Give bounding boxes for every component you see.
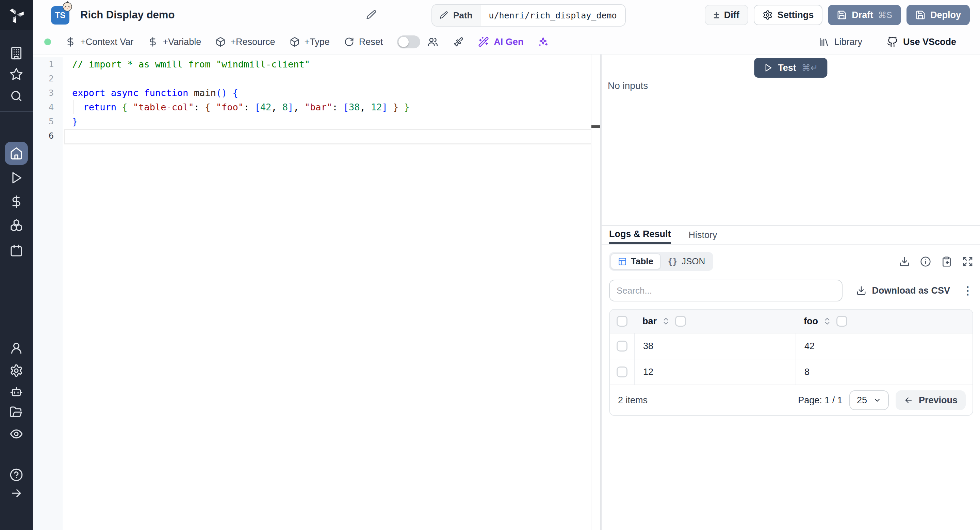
view-json-button[interactable]: {} JSON (661, 254, 712, 269)
download-result-button[interactable] (899, 256, 910, 267)
cell-foo: 8 (795, 359, 972, 385)
paintbrush-icon (453, 37, 464, 47)
line-number: 3 (33, 86, 63, 100)
dollar-icon (65, 37, 76, 47)
sidebar-item-search[interactable] (0, 89, 33, 103)
sidebar-item-workers[interactable] (0, 385, 33, 399)
windmill-logo[interactable] (0, 0, 33, 30)
sidebar-item-workspace[interactable] (0, 46, 33, 60)
ai-gen-button[interactable]: AI Gen (478, 37, 523, 47)
folder-open-icon (10, 405, 23, 419)
library-icon (818, 37, 829, 47)
sidebar-item-variables[interactable] (0, 195, 33, 208)
view-json-label: JSON (682, 256, 705, 267)
deploy-label: Deploy (930, 10, 961, 21)
column-header-bar: bar (643, 316, 657, 327)
add-resource-button[interactable]: +Resource (215, 37, 275, 47)
format-button[interactable] (453, 37, 464, 47)
code-editor[interactable]: 123456 // import * as wmill from "windmi… (33, 54, 600, 530)
reset-button[interactable]: Reset (344, 37, 383, 47)
sidebar-item-settings[interactable] (0, 364, 33, 377)
column-toggle-bar[interactable] (675, 316, 686, 327)
test-shortcut: ⌘↵ (802, 63, 818, 73)
multiplayer-control (397, 35, 439, 48)
add-variable-button[interactable]: +Variable (148, 37, 201, 47)
select-all-checkbox[interactable] (617, 316, 627, 327)
column-header-foo: foo (804, 316, 818, 327)
sidebar-item-schedules[interactable] (0, 244, 33, 257)
sidebar-item-users[interactable] (0, 341, 33, 355)
code-line[interactable]: // import * as wmill from "windmill-clie… (72, 57, 591, 72)
edit-summary-button[interactable] (366, 10, 377, 21)
toolbar-right: Library Use VScode (818, 36, 956, 48)
diff-button[interactable]: ± Diff (705, 5, 748, 25)
line-number: 4 (33, 100, 63, 115)
sort-foo-button[interactable] (823, 317, 832, 326)
sparkles-icon (538, 37, 549, 47)
pencil-icon (366, 10, 377, 21)
cell-bar: 38 (634, 334, 795, 359)
ai-sparkles-button[interactable] (538, 37, 549, 47)
refresh-icon (344, 37, 354, 47)
chevron-down-icon (873, 396, 881, 404)
user-icon (10, 341, 23, 355)
path-control[interactable]: Path u/henri/rich_display_demo (431, 4, 626, 27)
sort-bar-button[interactable] (662, 317, 670, 326)
copy-result-button[interactable] (941, 256, 952, 267)
row-checkbox[interactable] (617, 341, 627, 351)
overview-ruler-cursor-mark (592, 125, 600, 128)
sort-icon (823, 317, 832, 326)
download-csv-button[interactable]: Download as CSV (856, 286, 950, 296)
add-context-var-button[interactable]: +Context Var (65, 37, 134, 47)
test-button[interactable]: Test ⌘↵ (754, 58, 827, 78)
settings-button[interactable]: Settings (754, 5, 823, 25)
arrow-left-icon (904, 396, 913, 405)
previous-page-button[interactable]: Previous (896, 390, 966, 410)
code-line[interactable] (72, 72, 591, 86)
typescript-badge: TS (51, 6, 69, 24)
add-type-button[interactable]: +Type (290, 37, 330, 47)
sidebar-item-runs[interactable] (0, 171, 33, 185)
no-inputs-text: No inputs (608, 80, 648, 91)
sidebar-item-resources[interactable] (0, 219, 33, 232)
line-number: 5 (33, 115, 63, 129)
add-type-label: +Type (305, 37, 330, 47)
settings-label: Settings (778, 10, 814, 21)
sidebar-item-folders[interactable] (0, 405, 33, 419)
view-table-button[interactable]: Table (611, 254, 661, 270)
code-line[interactable]: return { "table-col": { "foo": [42, 8], … (72, 100, 591, 115)
result-info-button[interactable] (920, 256, 931, 267)
clipboard-copy-icon (941, 256, 952, 267)
gear-icon (10, 364, 23, 377)
code-line[interactable]: } (72, 115, 591, 129)
column-toggle-foo[interactable] (837, 316, 847, 327)
multiplayer-toggle[interactable] (397, 35, 420, 48)
table-menu-button[interactable]: ⋮ (962, 284, 973, 297)
sidebar-item-favorites[interactable] (0, 67, 33, 81)
library-button[interactable]: Library (818, 37, 862, 47)
page-size-select[interactable]: 25 (850, 390, 889, 410)
boxes-icon (10, 219, 23, 232)
dollar-icon (148, 37, 158, 47)
play-icon (10, 171, 23, 185)
deploy-button[interactable]: Deploy (907, 5, 970, 25)
code-line[interactable] (72, 129, 591, 143)
path-label-section: Path (432, 5, 480, 26)
draft-button[interactable]: Draft ⌘S (828, 5, 901, 25)
tab-history[interactable]: History (689, 226, 717, 244)
use-vscode-button[interactable]: Use VScode (887, 36, 956, 48)
code-line[interactable]: export async function main() { (72, 86, 591, 100)
row-checkbox[interactable] (617, 367, 627, 377)
expand-result-button[interactable] (962, 256, 973, 267)
sidebar-item-help[interactable] (0, 468, 33, 482)
draft-shortcut: ⌘S (878, 10, 892, 20)
sidebar-item-audit-logs[interactable] (0, 427, 33, 441)
result-content: Table {} JSON (609, 252, 973, 530)
tab-logs-result[interactable]: Logs & Result (609, 226, 671, 244)
code-lines: // import * as wmill from "windmill-clie… (72, 57, 591, 143)
sidebar-item-home[interactable] (5, 142, 28, 165)
table-header: bar foo (610, 310, 972, 333)
sidebar-expand-button[interactable] (0, 486, 33, 500)
status-dot (44, 38, 51, 45)
search-input[interactable] (609, 279, 843, 302)
